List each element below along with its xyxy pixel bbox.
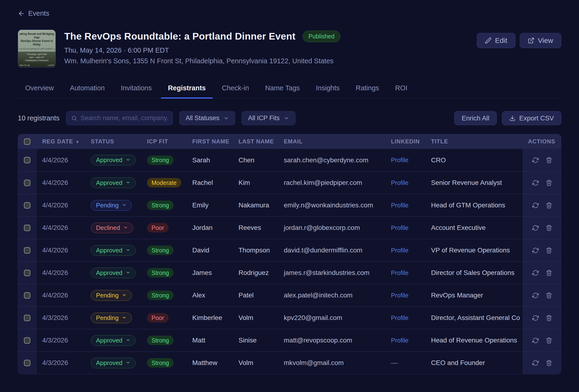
icp-fit-badge: Strong — [147, 336, 174, 345]
row-checkbox[interactable] — [24, 292, 30, 299]
row-checkbox[interactable] — [24, 315, 30, 321]
icp-fit-badge: Strong — [147, 200, 174, 210]
enrich-row-button[interactable] — [532, 270, 539, 276]
column-header-status[interactable]: STATUS — [85, 138, 141, 145]
chevron-down-icon — [223, 116, 229, 121]
row-checkbox[interactable] — [24, 202, 30, 208]
enrich-row-button[interactable] — [532, 157, 539, 163]
enrich-row-button[interactable] — [532, 180, 539, 186]
tab-insights[interactable]: Insights — [309, 84, 346, 98]
linkedin-profile-link[interactable]: Profile — [391, 292, 409, 299]
delete-row-button[interactable] — [546, 225, 552, 231]
enrich-row-button[interactable] — [532, 360, 539, 366]
delete-row-button[interactable] — [546, 270, 552, 276]
export-csv-button[interactable]: Export CSV — [502, 111, 561, 125]
enrich-row-button[interactable] — [532, 247, 539, 254]
linkedin-profile-link[interactable]: Profile — [391, 337, 409, 344]
reg-date-cell: 4/4/2026 — [36, 269, 85, 277]
column-header-email[interactable]: EMAIL — [278, 138, 385, 145]
linkedin-profile-link[interactable]: Profile — [391, 224, 409, 231]
icp-filter-select[interactable]: All ICP Fits — [242, 111, 295, 125]
row-checkbox[interactable] — [24, 247, 30, 254]
delete-row-button[interactable] — [546, 180, 552, 186]
column-header-first-name[interactable]: FIRST NAME — [186, 138, 233, 145]
select-all-checkbox[interactable] — [24, 138, 30, 145]
first-name-cell: James — [186, 269, 233, 277]
tab-invitations[interactable]: Invitations — [114, 84, 159, 98]
status-dropdown[interactable]: Pending — [91, 313, 132, 323]
status-dropdown[interactable]: Approved — [91, 358, 136, 368]
status-dropdown[interactable]: Approved — [91, 245, 136, 256]
tab-name-tags[interactable]: Name Tags — [258, 84, 307, 98]
first-name-cell: Jordan — [186, 224, 233, 232]
linkedin-profile-link[interactable]: Profile — [391, 314, 409, 321]
delete-row-button[interactable] — [546, 247, 552, 254]
icp-fit-badge: Poor — [147, 313, 169, 323]
enrich-all-button[interactable]: Enrich All — [454, 111, 497, 125]
column-header-last-name[interactable]: LAST NAME — [233, 138, 278, 145]
refresh-icon — [532, 363, 539, 367]
icp-fit-badge: Strong — [147, 358, 174, 368]
registrant-count: 10 registrants — [18, 114, 60, 122]
status-dropdown[interactable]: Pending — [91, 200, 132, 211]
delete-row-button[interactable] — [546, 360, 552, 366]
delete-row-button[interactable] — [546, 157, 552, 163]
refresh-icon — [532, 160, 539, 164]
search-box[interactable] — [66, 111, 173, 125]
chevron-down-icon — [122, 314, 127, 322]
status-filter-select[interactable]: All Statuses — [179, 111, 235, 125]
row-checkbox[interactable] — [24, 180, 30, 186]
column-header-reg-date[interactable]: REG DATE▼ — [36, 138, 85, 145]
status-dropdown[interactable]: Approved — [91, 267, 136, 278]
tab-check-in[interactable]: Check-in — [215, 84, 256, 98]
status-dropdown[interactable]: Approved — [91, 335, 136, 346]
last-name-cell: Kim — [233, 179, 278, 187]
column-header-icp-fit[interactable]: ICP FIT — [141, 138, 186, 145]
reg-date-cell: 4/3/2026 — [36, 359, 85, 367]
tab-overview[interactable]: Overview — [18, 84, 61, 98]
trash-icon — [546, 228, 552, 232]
row-checkbox[interactable] — [24, 157, 30, 163]
delete-row-button[interactable] — [546, 292, 552, 299]
delete-row-button[interactable] — [546, 315, 552, 321]
delete-row-button[interactable] — [546, 337, 552, 344]
status-dropdown[interactable]: Approved — [91, 155, 136, 165]
email-cell: sarah.chen@cyberdyne.com — [278, 156, 385, 164]
view-button[interactable]: View — [520, 33, 561, 48]
email-cell: emily.n@wonkaindustries.com — [278, 201, 385, 209]
linkedin-profile-link[interactable]: Profile — [391, 179, 409, 186]
linkedin-profile-link[interactable]: Profile — [391, 247, 409, 254]
row-checkbox[interactable] — [24, 360, 30, 366]
tab-roi[interactable]: ROI — [388, 84, 415, 98]
row-checkbox[interactable] — [24, 270, 30, 276]
chevron-down-icon — [126, 247, 130, 254]
enrich-row-button[interactable] — [532, 292, 539, 299]
table-row: 4/4/2026DeclinedPoorJordanReevesjordan.r… — [18, 216, 561, 239]
search-input[interactable] — [81, 115, 168, 122]
edit-button[interactable]: Edit — [477, 33, 515, 48]
linkedin-profile-link[interactable]: Profile — [391, 202, 409, 209]
enrich-row-button[interactable] — [532, 225, 539, 231]
row-checkbox[interactable] — [24, 337, 30, 344]
back-link[interactable]: Events — [18, 9, 49, 17]
status-dropdown[interactable]: Declined — [91, 223, 133, 233]
column-header-linkedin[interactable]: LINKEDIN — [385, 138, 425, 145]
column-header-title[interactable]: TITLE — [425, 138, 523, 145]
row-checkbox[interactable] — [24, 225, 30, 231]
enrich-row-button[interactable] — [532, 202, 539, 208]
last-name-cell: Chen — [233, 156, 278, 164]
linkedin-profile-link[interactable]: Profile — [391, 269, 409, 276]
icp-fit-badge: Strong — [147, 246, 174, 255]
status-dropdown[interactable]: Approved — [91, 178, 136, 188]
tab-registrants[interactable]: Registrants — [161, 84, 213, 98]
enrich-row-button[interactable] — [532, 337, 539, 344]
status-dropdown[interactable]: Pending — [91, 290, 132, 301]
title-cell: Account Executive — [425, 224, 523, 232]
tab-ratings[interactable]: Ratings — [349, 84, 386, 98]
linkedin-profile-link[interactable]: Profile — [391, 156, 409, 164]
enrich-row-button[interactable] — [532, 315, 539, 321]
delete-row-button[interactable] — [546, 202, 552, 208]
back-label: Events — [28, 9, 49, 17]
tab-automation[interactable]: Automation — [63, 84, 112, 98]
thumb-brand-left: Ops Co-op — [19, 64, 30, 66]
